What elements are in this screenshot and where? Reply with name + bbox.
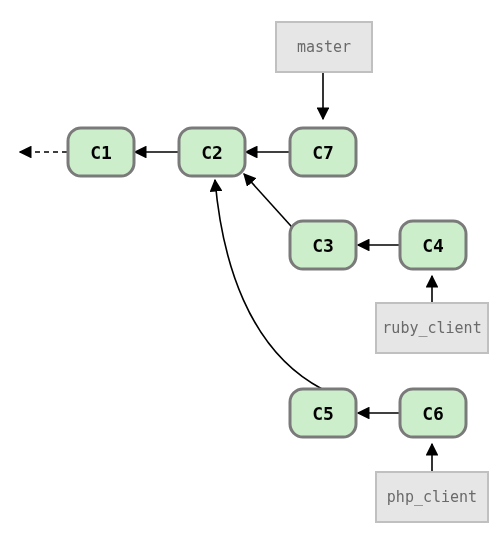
commit-c4: C4: [400, 221, 466, 269]
commit-c7-label: C7: [312, 142, 334, 163]
commit-c4-label: C4: [422, 235, 444, 256]
commit-c5-label: C5: [312, 403, 334, 424]
branch-php-client: php_client: [376, 472, 488, 522]
edge-c5-c2: [215, 180, 322, 389]
branch-ruby-client: ruby_client: [376, 303, 488, 353]
commit-c3-label: C3: [312, 235, 334, 256]
commit-c2: C2: [179, 128, 245, 176]
commit-c3: C3: [290, 221, 356, 269]
commit-c2-label: C2: [201, 142, 223, 163]
commit-c6-label: C6: [422, 403, 444, 424]
branch-ruby-client-label: ruby_client: [382, 319, 481, 337]
git-commit-graph: master ruby_client php_client C1 C2 C7 C…: [0, 0, 500, 555]
branch-php-client-label: php_client: [387, 488, 477, 506]
commit-c6: C6: [400, 389, 466, 437]
commit-c7: C7: [290, 128, 356, 176]
commit-c5: C5: [290, 389, 356, 437]
commit-c1-label: C1: [90, 142, 112, 163]
commit-c1: C1: [68, 128, 134, 176]
branch-master-label: master: [297, 38, 351, 56]
branch-master: master: [276, 22, 372, 72]
